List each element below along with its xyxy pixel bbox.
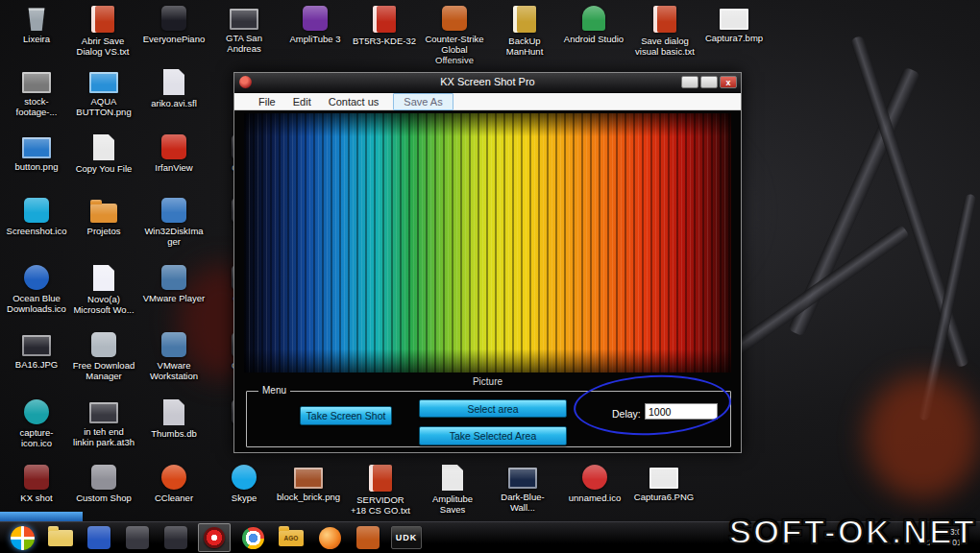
- desktop-icon-csgo[interactable]: Counter-Strike Global Offensive: [423, 6, 486, 66]
- taskbar-dark-app-2[interactable]: [159, 523, 192, 552]
- desktop-icon-ariko-avi[interactable]: ariko.avi.sfl: [142, 69, 206, 108]
- taskbar-udk[interactable]: UDK: [390, 523, 423, 552]
- firefox-icon: [319, 527, 341, 549]
- desktop-icon-amplitube3[interactable]: AmpliTube 3: [283, 6, 347, 44]
- select-area-button[interactable]: Select area: [419, 399, 567, 418]
- capture-icon-icon: [24, 399, 49, 424]
- ba16-icon: [22, 335, 51, 356]
- bt5r3-kde-32-icon: [373, 6, 396, 33]
- csgo-icon: [442, 6, 467, 31]
- linkin-park-icon: [89, 402, 118, 423]
- desktop-icon-save-dialog-vb[interactable]: Save dialog visual basic.txt: [633, 6, 697, 57]
- irfanview-icon: [161, 134, 186, 159]
- menu-edit[interactable]: Edit: [284, 94, 320, 109]
- desktop-icon-button-png[interactable]: button.png: [5, 134, 68, 172]
- taskbar-blue-app[interactable]: [83, 523, 115, 552]
- desktop-icon-label: GTA San Andreas: [212, 33, 276, 54]
- desktop-icon-abrir-save-dialog[interactable]: Abrir Save Dialog VS.txt: [71, 6, 135, 57]
- desktop-icon-label: BT5R3-KDE-32: [353, 36, 416, 46]
- desktop-icon-amplitube-saves[interactable]: Amplitube Saves: [421, 465, 484, 515]
- desktop-icon-android-studio[interactable]: Android Studio: [562, 6, 625, 44]
- desktop-icon-stock-footage[interactable]: stock-footage-...: [5, 69, 68, 117]
- taskbar-start-button[interactable]: [6, 523, 38, 552]
- taskbar-firefox[interactable]: [313, 523, 346, 552]
- menu-file[interactable]: File: [250, 94, 284, 109]
- window-title: KX Screen Shot Pro: [234, 76, 741, 87]
- desktop-icon-aqua-button[interactable]: AQUA BUTTON.png: [72, 69, 135, 117]
- desktop-icon-ba16[interactable]: BA16.JPG: [5, 332, 68, 370]
- desktop-icon-vmware-workstation[interactable]: VMware Workstation: [142, 332, 206, 381]
- everyonepiano-icon: [161, 6, 186, 31]
- desktop-icon-irfanview[interactable]: IrfanView: [142, 134, 206, 173]
- desktop-icon-ccleaner[interactable]: CCleaner: [142, 465, 206, 503]
- save-dialog-vb-icon: [653, 6, 676, 33]
- desktop-icon-label: KX shot: [5, 493, 68, 503]
- desktop-icon-dark-blue-wall[interactable]: Dark-Blue-Wall...: [491, 465, 554, 513]
- desktop-icon-label: Win32DiskImager: [142, 226, 206, 247]
- window-titlebar[interactable]: KX Screen Shot Pro x: [234, 73, 741, 93]
- desktop-icon-captura7[interactable]: Captura7.bmp: [702, 6, 766, 43]
- novo-microsoft-word-icon: [93, 265, 114, 291]
- menu-contact-us[interactable]: Contact us: [320, 94, 388, 109]
- taskbar-dark-app-1[interactable]: [121, 523, 154, 552]
- desktop-icon-label: unnamed.ico: [563, 493, 626, 503]
- desktop-icon-bt5r3-kde-32[interactable]: BT5R3-KDE-32: [353, 6, 416, 46]
- take-screen-shot-button[interactable]: Take Screen Shot: [300, 406, 392, 425]
- close-button[interactable]: x: [720, 76, 737, 88]
- ocean-blue-downloads-icon: [24, 265, 49, 290]
- taskbar-orange-app[interactable]: [352, 523, 384, 552]
- desktop-icon-captura6[interactable]: Captura6.PNG: [632, 465, 696, 502]
- desktop-icon-linkin-park[interactable]: in teh end linkin park.at3h: [72, 399, 135, 447]
- udk-icon: UDK: [391, 526, 422, 549]
- file-explorer-icon: [48, 530, 73, 546]
- desktop-icon-copy-you-file[interactable]: Copy You File: [72, 134, 135, 174]
- taskbar-ago-folder[interactable]: AGO: [275, 523, 307, 552]
- desktop-icon-label: BA16.JPG: [5, 359, 68, 370]
- desktop-icon-gta-san-andreas[interactable]: GTA San Andreas: [212, 6, 276, 54]
- kx-shot-icon: [24, 465, 49, 490]
- minimize-button[interactable]: [681, 76, 698, 88]
- abrir-save-dialog-icon: [91, 6, 114, 33]
- desktop-icon-unnamed-ico[interactable]: unnamed.ico: [563, 465, 626, 503]
- desktop-icon-screenshot-ico[interactable]: Screenshot.ico: [5, 198, 68, 236]
- maximize-button[interactable]: [700, 76, 718, 88]
- desktop-icon-label: stock-footage-...: [5, 96, 68, 117]
- desktop-icon-label: Captura7.bmp: [702, 33, 766, 43]
- screenshot-preview-image: [244, 113, 731, 373]
- projetos-icon: [90, 204, 117, 223]
- win32diskimager-icon: [161, 198, 186, 223]
- desktop-icon-label: CCleaner: [142, 493, 206, 503]
- desktop-icon-label: AmpliTube 3: [283, 34, 347, 44]
- desktop-icon-thumbs-db[interactable]: Thumbs.db: [142, 399, 206, 439]
- desktop-icon-label: Amplitube Saves: [421, 493, 484, 515]
- menu-save-as[interactable]: Save As: [393, 93, 453, 110]
- captura7-icon: [720, 9, 748, 30]
- desktop-icon-label: block_brick.png: [277, 492, 340, 502]
- desktop-icon-block-brick[interactable]: block_brick.png: [277, 465, 340, 502]
- desktop-icon-label: Thumbs.db: [142, 428, 206, 439]
- taskbar-chrome[interactable]: [236, 523, 269, 552]
- desktop-icon-custom-shop[interactable]: Custom Shop: [72, 465, 135, 503]
- taskbar-kx-screenshot[interactable]: [198, 523, 231, 552]
- desktop-icon-vmware-player[interactable]: VMware Player: [142, 265, 206, 303]
- dark-app-1-icon: [126, 526, 149, 549]
- desktop-icon-projetos[interactable]: Projetos: [72, 198, 135, 236]
- desktop-icon-ocean-blue-downloads[interactable]: Ocean Blue Downloads.ico: [5, 265, 68, 314]
- desktop-icon-label: in teh end linkin park.at3h: [72, 426, 135, 447]
- take-selected-area-button[interactable]: Take Selected Area: [419, 426, 567, 445]
- chrome-icon: [242, 527, 264, 549]
- desktop-icon-backup-manhunt[interactable]: BackUp ManHunt: [493, 6, 556, 57]
- desktop-icon-win32diskimager[interactable]: Win32DiskImager: [142, 198, 206, 247]
- desktop-icon-everyonepiano[interactable]: EveryonePiano: [142, 6, 206, 44]
- desktop-icon-lixeira[interactable]: Lixeira: [5, 6, 68, 44]
- button-png-icon: [22, 137, 51, 158]
- desktop-icon-free-download-manager[interactable]: Free Download Manager: [72, 332, 135, 381]
- desktop-icon-label: AQUA BUTTON.png: [72, 96, 135, 117]
- taskbar-file-explorer[interactable]: [44, 523, 77, 552]
- desktop-icon-servidor-csgo[interactable]: SERVIDOR +18 CS GO.txt: [349, 465, 412, 516]
- desktop-icon-capture-icon[interactable]: capture-icon.ico: [5, 399, 68, 448]
- desktop-icon-kx-shot[interactable]: KX shot: [5, 465, 68, 503]
- desktop-icon-novo-microsoft-word[interactable]: Novo(a) Microsoft Wo...: [72, 265, 135, 315]
- desktop-icon-skype[interactable]: Skype: [212, 465, 276, 503]
- desktop-icon-label: Custom Shop: [72, 493, 135, 503]
